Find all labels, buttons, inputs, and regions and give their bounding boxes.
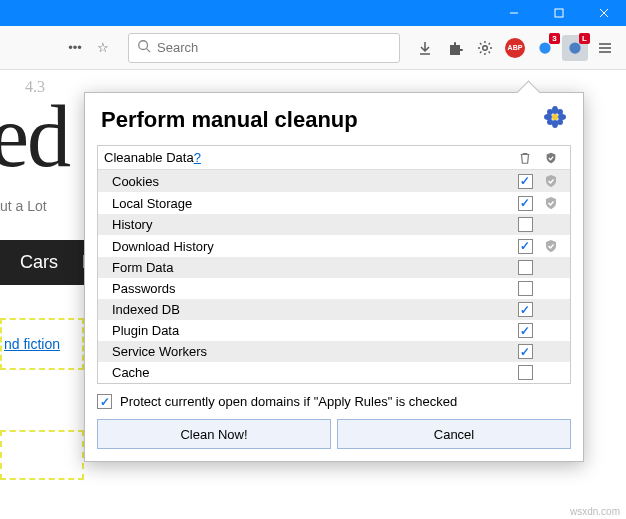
svg-point-16 <box>558 114 566 120</box>
page-highlight-box <box>0 430 84 480</box>
svg-point-15 <box>544 114 552 120</box>
downloads-icon[interactable] <box>412 35 438 61</box>
table-row: Local Storage <box>98 192 570 214</box>
row-label: Indexed DB <box>112 302 512 317</box>
row-label: Plugin Data <box>112 323 512 338</box>
svg-point-4 <box>139 41 148 50</box>
protect-domains-checkbox[interactable] <box>97 394 112 409</box>
watermark: wsxdn.com <box>570 506 620 517</box>
addons-icon[interactable] <box>442 35 468 61</box>
svg-point-8 <box>569 42 580 53</box>
page-subtitle-fragment: ut a Lot <box>0 198 47 214</box>
clean-checkbox[interactable] <box>518 196 533 211</box>
abp-extension-icon[interactable]: ABP <box>502 35 528 61</box>
maximize-button[interactable] <box>536 0 581 26</box>
shield-cell[interactable] <box>538 238 564 254</box>
clean-now-button[interactable]: Clean Now! <box>97 419 331 449</box>
cancel-button[interactable]: Cancel <box>337 419 571 449</box>
popup-title: Perform manual cleanup <box>101 107 358 133</box>
svg-point-18 <box>557 109 563 115</box>
svg-point-21 <box>552 114 558 120</box>
table-row: Service Workers <box>98 341 570 362</box>
page-heading-fragment: ed <box>0 86 69 187</box>
clean-checkbox[interactable] <box>518 217 533 232</box>
search-box[interactable] <box>128 33 400 63</box>
svg-point-20 <box>557 119 563 125</box>
clean-checkbox[interactable] <box>518 302 533 317</box>
clean-checkbox[interactable] <box>518 174 533 189</box>
page-link-fiction[interactable]: nd fiction <box>0 318 84 370</box>
cleanup-popup: Perform manual cleanup Cleanable Data? C… <box>84 92 584 462</box>
extension-l-badge-icon[interactable]: L <box>562 35 588 61</box>
shield-column-icon <box>538 151 564 165</box>
page-actions-icon[interactable]: ••• <box>62 35 88 61</box>
settings-gear-icon[interactable] <box>472 35 498 61</box>
table-row: Cache <box>98 362 570 383</box>
row-label: Form Data <box>112 260 512 275</box>
row-label: Cache <box>112 365 512 380</box>
table-row: Cookies <box>98 170 570 192</box>
shield-cell[interactable] <box>538 195 564 211</box>
clean-checkbox[interactable] <box>518 365 533 380</box>
table-header-row: Cleanable Data? <box>98 146 570 170</box>
forget-me-not-icon <box>543 105 567 135</box>
table-row: Indexed DB <box>98 299 570 320</box>
svg-point-7 <box>539 42 550 53</box>
shield-cell[interactable] <box>538 173 564 189</box>
clean-checkbox[interactable] <box>518 323 533 338</box>
svg-rect-1 <box>555 9 563 17</box>
protect-domains-label: Protect currently open domains if "Apply… <box>120 394 457 409</box>
minimize-button[interactable] <box>491 0 536 26</box>
svg-point-19 <box>547 119 553 125</box>
svg-point-13 <box>552 106 558 114</box>
svg-point-17 <box>547 109 553 115</box>
clean-checkbox[interactable] <box>518 281 533 296</box>
tab-cars[interactable]: Cars <box>0 240 78 285</box>
window-titlebar <box>0 0 626 26</box>
table-row: Download History <box>98 235 570 257</box>
row-label: Download History <box>112 239 512 254</box>
cleanable-data-table: Cleanable Data? CookiesLocal StorageHist… <box>97 145 571 384</box>
svg-line-5 <box>147 49 151 53</box>
bookmark-star-icon[interactable]: ☆ <box>90 35 116 61</box>
hamburger-menu-icon[interactable] <box>592 35 618 61</box>
row-label: History <box>112 217 512 232</box>
clean-checkbox[interactable] <box>518 239 533 254</box>
trash-column-icon <box>512 151 538 165</box>
header-label: Cleanable Data <box>104 150 194 165</box>
table-row: Form Data <box>98 257 570 278</box>
row-label: Cookies <box>112 174 512 189</box>
table-row: History <box>98 214 570 235</box>
svg-point-14 <box>552 120 558 128</box>
clean-checkbox[interactable] <box>518 344 533 359</box>
svg-point-6 <box>483 45 488 50</box>
header-help-link[interactable]: ? <box>194 150 201 165</box>
row-label: Service Workers <box>112 344 512 359</box>
clean-checkbox[interactable] <box>518 260 533 275</box>
table-row: Plugin Data <box>98 320 570 341</box>
table-row: Passwords <box>98 278 570 299</box>
row-label: Local Storage <box>112 196 512 211</box>
search-icon <box>137 39 151 56</box>
browser-toolbar: ••• ☆ ABP 3 L <box>0 26 626 70</box>
close-button[interactable] <box>581 0 626 26</box>
search-input[interactable] <box>157 40 391 55</box>
row-label: Passwords <box>112 281 512 296</box>
extension-gear-badge-icon[interactable]: 3 <box>532 35 558 61</box>
